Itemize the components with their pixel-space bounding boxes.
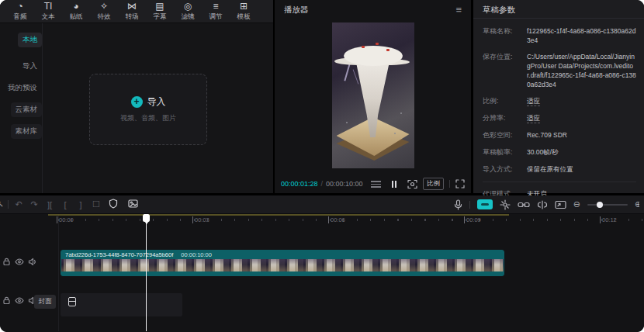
tab-label: 音频	[14, 12, 27, 22]
current-time: 00:00:01:28	[281, 180, 318, 188]
sidebar-item-cloud-material[interactable]: 云素材	[0, 102, 42, 118]
draft-params-body: 草稿名称:f122965c-1f4f-4a68-a086-c1380a62d3e…	[473, 19, 644, 206]
draft-params-panel: 草稿参数 草稿名称:f122965c-1f4f-4a68-a086-c1380a…	[473, 0, 644, 193]
select-cursor-icon[interactable]: ↖	[0, 199, 5, 209]
draft-name-value: f122965c-1f4f-4a68-a086-c1380a62d3e4	[527, 26, 636, 45]
player-panel: 播放器 ≡	[275, 0, 471, 193]
media-sidebar: 本地 导入 我的预设 云素材 素材库	[0, 23, 43, 193]
template-icon: ⊞	[240, 2, 248, 12]
playhead-handle[interactable]	[143, 214, 150, 222]
trim-right-icon[interactable]: ]	[73, 200, 88, 209]
lock-icon[interactable]	[2, 258, 11, 266]
media-content: + 导入 视频、音频、图片	[43, 23, 273, 193]
cover-thumbnail-icon[interactable]	[68, 297, 76, 306]
auto-snap-icon[interactable]	[500, 199, 511, 210]
ruler-label: 00:09	[464, 216, 481, 223]
tab-label: 贴纸	[70, 12, 83, 22]
redo-icon[interactable]: ↷	[26, 199, 42, 209]
tab-transition[interactable]: ⋈转场	[118, 2, 146, 22]
sidebar-item-local[interactable]: 本地	[0, 33, 42, 48]
timeline-section: ↖ ↶ ↷ ][ [ ] ☐	[0, 195, 644, 332]
video-clip[interactable]: 7abd226d-1753-44f8-8470-707294a5b60f 00:…	[61, 250, 504, 276]
preview-video	[332, 22, 414, 168]
quality-icon[interactable]	[371, 181, 381, 188]
divider	[483, 182, 636, 182]
player-menu-icon[interactable]: ≡	[455, 4, 462, 16]
import-label: 导入	[147, 95, 166, 109]
trim-left-icon[interactable]: [	[57, 200, 73, 209]
mute-speaker-icon[interactable]	[28, 258, 37, 266]
import-mode-value: 保留在原有位置	[527, 164, 573, 175]
total-time: 00:00:10:00	[326, 180, 363, 188]
tab-adjust[interactable]: ≡调节	[202, 2, 230, 22]
top-section: ◔音频 TI文本 ◕贴纸 ✧特效 ⋈转场 ▤字幕 ◎滤镜 ≡调节 ⊞模板 本地 …	[0, 0, 644, 193]
player-header: 播放器 ≡	[275, 0, 471, 19]
ratio-button[interactable]: 比例	[423, 178, 444, 190]
media-panel: ◔音频 TI文本 ◕贴纸 ✧特效 ⋈转场 ▤字幕 ◎滤镜 ≡调节 ⊞模板 本地 …	[0, 0, 273, 193]
tab-label: 文本	[42, 12, 55, 22]
linkage-icon[interactable]	[518, 201, 530, 209]
field-label: 色彩空间:	[483, 130, 527, 140]
tornado-cloud	[344, 46, 403, 66]
media-toolbar: ◔音频 TI文本 ◕贴纸 ✧特效 ⋈转场 ▤字幕 ◎滤镜 ≡调节 ⊞模板	[0, 0, 273, 23]
tab-sticker[interactable]: ◕贴纸	[62, 2, 90, 22]
tab-label: 特效	[98, 12, 111, 22]
undo-icon[interactable]: ↶	[11, 199, 26, 209]
frame-rate-value: 30.00帧/秒	[527, 147, 559, 157]
cover-track-controls	[2, 296, 37, 305]
tab-label: 字幕	[154, 12, 167, 22]
tab-captions[interactable]: ▤字幕	[146, 2, 174, 22]
time-separator: /	[321, 180, 324, 188]
audio-icon: ◔	[17, 2, 23, 12]
tab-label: 模板	[237, 12, 251, 22]
fullscreen-icon[interactable]	[455, 179, 465, 188]
sidebar-item-material-library[interactable]: 素材库	[0, 124, 42, 140]
red-debris	[386, 49, 390, 51]
split-icon[interactable]: ][	[42, 200, 57, 209]
preview-axis-icon[interactable]	[537, 200, 548, 209]
media-body: 本地 导入 我的预设 云素材 素材库 + 导入 视频、音频、图片	[0, 23, 273, 193]
focus-frame-icon[interactable]	[407, 179, 417, 189]
lock-icon[interactable]	[2, 296, 11, 305]
image-overlay-icon[interactable]	[123, 199, 143, 209]
shield-icon[interactable]	[104, 199, 123, 210]
zoom-out-icon[interactable]: ⊖	[573, 199, 580, 209]
tab-template[interactable]: ⊞模板	[230, 2, 258, 22]
eye-icon[interactable]	[15, 258, 24, 266]
divider	[8, 200, 9, 209]
clip-duration: 00:00:10:00	[181, 251, 212, 258]
ruler-highlight-band	[48, 214, 509, 216]
field-label: 导入方式:	[483, 164, 527, 175]
draft-params-title: 草稿参数	[473, 0, 644, 19]
timeline-ruler[interactable]: 00:00 00:03 00:06 00:09 00:12	[0, 214, 644, 227]
clip-filmstrip	[61, 259, 504, 271]
cover-button[interactable]: 封面	[34, 295, 56, 309]
tab-audio[interactable]: ◔音频	[6, 2, 34, 22]
zoom-in-icon[interactable]: ⊕	[635, 199, 639, 209]
pause-button[interactable]	[392, 181, 397, 188]
timeline-body: 00:00 00:03 00:06 00:09 00:12 7abd226d-1…	[0, 214, 644, 331]
fit-preview-icon[interactable]	[555, 200, 566, 209]
tab-label: 调节	[209, 12, 223, 22]
import-dropzone[interactable]: + 导入 视频、音频、图片	[89, 74, 207, 145]
tab-effects[interactable]: ✧特效	[90, 2, 118, 22]
resolution-value[interactable]: 适应	[527, 113, 540, 123]
zoom-slider-thumb[interactable]	[597, 202, 603, 208]
debris	[400, 112, 402, 114]
playhead-line[interactable]	[146, 214, 147, 331]
sidebar-item-presets[interactable]: 我的预设	[0, 81, 42, 96]
ratio-value[interactable]: 适应	[527, 96, 540, 106]
tab-label: 转场	[126, 12, 139, 22]
tab-filter[interactable]: ◎滤镜	[174, 2, 202, 22]
sidebar-item-import[interactable]: 导入	[0, 59, 42, 74]
tab-text[interactable]: TI文本	[34, 2, 62, 22]
plus-icon: +	[131, 96, 143, 108]
record-mic-icon[interactable]	[454, 199, 462, 210]
timeline-zoom-slider[interactable]	[587, 204, 628, 206]
clip-label-bar: 7abd226d-1753-44f8-8470-707294a5b60f 00:…	[61, 251, 504, 259]
main-track-magnet-icon[interactable]	[477, 199, 493, 209]
field-label: 保存位置:	[483, 52, 527, 89]
eye-icon[interactable]	[15, 296, 24, 305]
delete-icon[interactable]: ☐	[88, 199, 104, 209]
ruler-label: 00:03	[192, 216, 209, 223]
